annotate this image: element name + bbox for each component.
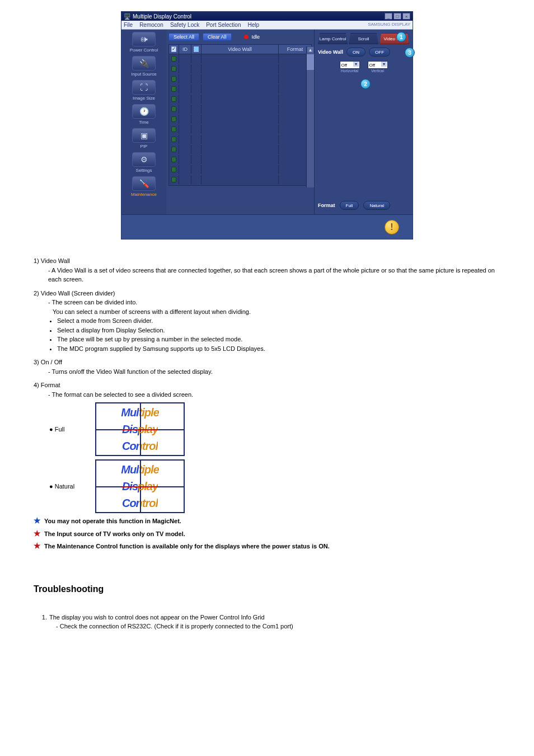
menu-file[interactable]: File — [124, 22, 133, 28]
image-size-icon: ⛶ — [132, 80, 156, 95]
table-row[interactable] — [169, 165, 311, 175]
th-checkbox[interactable] — [169, 45, 179, 54]
maximize-icon[interactable]: □ — [394, 13, 401, 20]
right-panel: Lamp Control Scroll Video Wall 1 Video W… — [314, 30, 413, 214]
troubleshooting-heading: Troubleshooting — [34, 583, 500, 596]
item-2: 2) Video Wall (Screen divider) - The scr… — [34, 289, 500, 354]
sidebar-item-maintenance[interactable]: 🪛 Maintenance — [124, 176, 163, 197]
format-full-preview: Multiple Display Control — [95, 402, 185, 456]
horizontal-label: Horizontal — [340, 69, 360, 73]
format-natural-preview: Multiple Display Control — [95, 459, 185, 513]
note-3: ★ The Maintenance Control function is av… — [34, 542, 500, 551]
on-button[interactable]: ON — [346, 48, 366, 57]
star-icon: ★ — [34, 542, 41, 550]
table-row[interactable] — [169, 54, 311, 64]
list-item: The MDC program supplied by Samsung supp… — [57, 344, 500, 354]
scroll-thumb[interactable] — [307, 54, 314, 70]
window-title: Multiple Display Control — [133, 13, 383, 20]
warning-icon: ! — [385, 220, 399, 234]
item-1: 1) Video Wall - A Video Wall is a set of… — [34, 256, 500, 284]
off-button[interactable]: OFF — [369, 48, 390, 57]
brand-label: SAMSUNG DISPLAY — [368, 22, 410, 28]
star-icon: ★ — [34, 529, 41, 537]
pip-icon: ▣ — [132, 128, 156, 143]
gear-icon: ⚙ — [132, 152, 156, 167]
table-row[interactable] — [169, 125, 311, 135]
item-2-bullets: Select a mode from Screen divider. Selec… — [49, 316, 500, 353]
clear-all-button[interactable]: Clear All — [203, 33, 232, 41]
center-panel: Select All Clear All Idle ID Video Wall … — [166, 30, 314, 214]
list-item: Select a mode from Screen divider. — [57, 316, 500, 326]
menu-safety-lock[interactable]: Safety Lock — [170, 22, 199, 28]
menu-port-selection[interactable]: Port Selection — [206, 22, 241, 28]
callout-2-icon: 2 — [360, 79, 371, 89]
input-icon: 🔌 — [132, 56, 156, 71]
app-window: 🖥️ Multiple Display Control _ □ × File R… — [121, 11, 413, 240]
table-row[interactable] — [169, 95, 311, 105]
table-row[interactable] — [169, 175, 311, 185]
table-row[interactable] — [169, 135, 311, 145]
table-row[interactable] — [169, 155, 311, 165]
full-button[interactable]: Full — [340, 201, 359, 210]
item-3: 3) On / Off - Turns on/off the Video Wal… — [34, 358, 500, 376]
table-row[interactable] — [169, 105, 311, 115]
vertical-label: Vertical — [368, 69, 388, 73]
app-icon: 🖥️ — [124, 13, 130, 20]
menu-help[interactable]: Help — [247, 22, 259, 28]
item-4: 4) Format - The format can be selected t… — [34, 381, 500, 513]
callout-1-icon: 1 — [396, 32, 406, 42]
sidebar-item-image-size[interactable]: ⛶ Image Size — [124, 80, 163, 101]
table-row[interactable] — [169, 145, 311, 155]
display-table: ID Video Wall Format — [168, 44, 312, 186]
sidebar: 🕪 Power Control 🔌 Input Source ⛶ Image S… — [121, 30, 166, 214]
th-status[interactable] — [191, 45, 202, 54]
clock-icon: 🕐 — [132, 104, 156, 119]
sidebar-item-input-source[interactable]: 🔌 Input Source — [124, 56, 163, 77]
vertical-select[interactable]: Off — [368, 61, 388, 69]
tab-scroll[interactable]: Scroll — [349, 33, 378, 44]
sidebar-item-pip[interactable]: ▣ PIP — [124, 128, 163, 149]
menubar: File Remocon Safety Lock Port Selection … — [121, 21, 413, 30]
trouble-item-1: 1. The display you wish to control does … — [36, 613, 500, 622]
note-2: ★ The Input source of TV works only on T… — [34, 529, 500, 539]
scrollbar[interactable]: ▲ — [306, 46, 314, 187]
table-row[interactable] — [169, 84, 311, 95]
format-natural-row: ● Natural Multiple Display Control — [34, 459, 500, 513]
idle-indicator-icon — [244, 35, 249, 39]
tools-icon: 🪛 — [132, 176, 156, 191]
video-wall-label: Video Wall — [318, 49, 343, 55]
troubleshooting-list: 1. The display you wish to control does … — [36, 613, 500, 631]
list-item: The place will be set up by pressing a n… — [57, 335, 500, 344]
minimize-icon[interactable]: _ — [385, 13, 392, 20]
sidebar-item-settings[interactable]: ⚙ Settings — [124, 152, 163, 173]
table-row[interactable] — [169, 74, 311, 84]
close-icon[interactable]: × — [402, 13, 410, 20]
power-icon: 🕪 — [132, 32, 156, 46]
document-body: 1) Video Wall - A Video Wall is a set of… — [34, 256, 500, 631]
star-icon: ★ — [34, 516, 41, 524]
table-row[interactable] — [169, 115, 311, 125]
note-1: ★ You may not operate this function in M… — [34, 516, 500, 526]
select-all-button[interactable]: Select All — [168, 33, 199, 41]
format-full-row: ● Full Multiple Display Control — [34, 402, 500, 456]
footer-strip: ! — [121, 214, 413, 239]
menu-remocon[interactable]: Remocon — [139, 22, 163, 28]
format-label: Format — [318, 203, 335, 208]
titlebar: 🖥️ Multiple Display Control _ □ × — [121, 12, 413, 21]
sidebar-item-time[interactable]: 🕐 Time — [124, 104, 163, 125]
horizontal-select[interactable]: Off — [340, 61, 360, 69]
callout-3-icon: 3 — [405, 48, 415, 58]
sidebar-item-power-control[interactable]: 🕪 Power Control — [124, 32, 163, 53]
tab-lamp-control[interactable]: Lamp Control — [318, 33, 348, 44]
scroll-up-icon[interactable]: ▲ — [307, 46, 314, 53]
th-id[interactable]: ID — [179, 45, 191, 54]
natural-button[interactable]: Natural — [363, 201, 390, 210]
list-item: Select a display from Display Selection. — [57, 326, 500, 335]
th-video-wall[interactable]: Video Wall — [202, 45, 279, 54]
idle-label: Idle — [252, 34, 260, 40]
table-row[interactable] — [169, 64, 311, 74]
